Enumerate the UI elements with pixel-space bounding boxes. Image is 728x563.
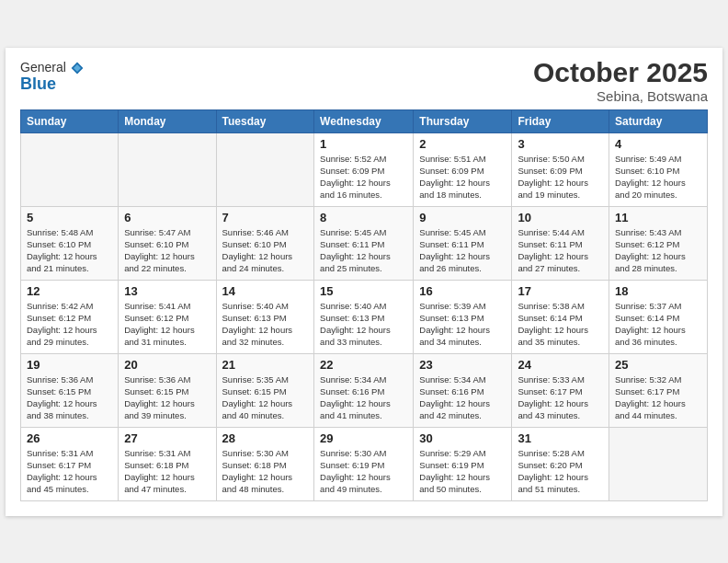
day-info: Sunrise: 5:38 AM Sunset: 6:14 PM Dayligh… xyxy=(518,300,603,349)
day-cell: 7Sunrise: 5:46 AM Sunset: 6:10 PM Daylig… xyxy=(216,206,314,280)
day-number: 12 xyxy=(27,284,112,298)
day-number: 21 xyxy=(222,358,309,372)
day-cell: 14Sunrise: 5:40 AM Sunset: 6:13 PM Dayli… xyxy=(216,280,314,353)
header-wednesday: Wednesday xyxy=(314,109,414,132)
day-cell xyxy=(609,427,708,500)
day-number: 22 xyxy=(320,358,407,372)
header-saturday: Saturday xyxy=(609,109,708,132)
day-info: Sunrise: 5:45 AM Sunset: 6:11 PM Dayligh… xyxy=(320,226,407,275)
day-cell: 31Sunrise: 5:28 AM Sunset: 6:20 PM Dayli… xyxy=(512,427,609,500)
calendar-table: Sunday Monday Tuesday Wednesday Thursday… xyxy=(20,109,708,501)
day-info: Sunrise: 5:36 AM Sunset: 6:15 PM Dayligh… xyxy=(124,373,210,422)
week-row-4: 19Sunrise: 5:36 AM Sunset: 6:15 PM Dayli… xyxy=(21,353,708,427)
day-cell xyxy=(21,132,119,206)
day-cell: 26Sunrise: 5:31 AM Sunset: 6:17 PM Dayli… xyxy=(21,427,119,500)
day-cell: 2Sunrise: 5:51 AM Sunset: 6:09 PM Daylig… xyxy=(414,132,512,206)
day-info: Sunrise: 5:29 AM Sunset: 6:19 PM Dayligh… xyxy=(419,447,506,496)
day-number: 7 xyxy=(222,211,309,224)
day-number: 26 xyxy=(27,431,112,445)
month-title: October 2025 xyxy=(533,57,708,88)
day-number: 18 xyxy=(615,284,701,298)
day-cell: 5Sunrise: 5:48 AM Sunset: 6:10 PM Daylig… xyxy=(21,206,119,280)
day-cell: 18Sunrise: 5:37 AM Sunset: 6:14 PM Dayli… xyxy=(609,280,708,353)
calendar-wrapper: General Blue October 2025 Sebina, Botswa… xyxy=(6,48,722,516)
day-number: 11 xyxy=(615,211,701,224)
day-number: 6 xyxy=(124,211,210,224)
day-info: Sunrise: 5:41 AM Sunset: 6:12 PM Dayligh… xyxy=(124,300,210,349)
week-row-1: 1Sunrise: 5:52 AM Sunset: 6:09 PM Daylig… xyxy=(21,132,708,206)
day-number: 23 xyxy=(419,358,506,372)
day-cell: 3Sunrise: 5:50 AM Sunset: 6:09 PM Daylig… xyxy=(512,132,609,206)
day-info: Sunrise: 5:33 AM Sunset: 6:17 PM Dayligh… xyxy=(518,373,603,422)
day-cell: 29Sunrise: 5:30 AM Sunset: 6:19 PM Dayli… xyxy=(314,427,414,500)
day-cell: 27Sunrise: 5:31 AM Sunset: 6:18 PM Dayli… xyxy=(119,427,216,500)
day-info: Sunrise: 5:32 AM Sunset: 6:17 PM Dayligh… xyxy=(615,373,701,422)
day-info: Sunrise: 5:45 AM Sunset: 6:11 PM Dayligh… xyxy=(419,226,506,275)
day-number: 10 xyxy=(518,211,603,224)
day-cell: 22Sunrise: 5:34 AM Sunset: 6:16 PM Dayli… xyxy=(314,353,414,427)
day-number: 30 xyxy=(419,431,506,445)
day-number: 29 xyxy=(320,431,407,445)
day-cell: 8Sunrise: 5:45 AM Sunset: 6:11 PM Daylig… xyxy=(314,206,414,280)
day-info: Sunrise: 5:39 AM Sunset: 6:13 PM Dayligh… xyxy=(419,300,506,349)
day-number: 2 xyxy=(419,137,506,151)
header-sunday: Sunday xyxy=(21,109,119,132)
day-info: Sunrise: 5:40 AM Sunset: 6:13 PM Dayligh… xyxy=(222,300,309,349)
logo: General Blue xyxy=(20,61,94,92)
day-number: 14 xyxy=(222,284,309,298)
week-row-5: 26Sunrise: 5:31 AM Sunset: 6:17 PM Dayli… xyxy=(21,427,708,500)
day-info: Sunrise: 5:52 AM Sunset: 6:09 PM Dayligh… xyxy=(320,153,407,201)
day-cell: 21Sunrise: 5:35 AM Sunset: 6:15 PM Dayli… xyxy=(216,353,314,427)
title-section: October 2025 Sebina, Botswana xyxy=(533,57,708,104)
day-info: Sunrise: 5:31 AM Sunset: 6:17 PM Dayligh… xyxy=(27,447,112,496)
day-number: 13 xyxy=(124,284,210,298)
header-thursday: Thursday xyxy=(414,109,512,132)
day-cell xyxy=(119,132,216,206)
header-row: Sunday Monday Tuesday Wednesday Thursday… xyxy=(21,109,708,132)
day-cell: 16Sunrise: 5:39 AM Sunset: 6:13 PM Dayli… xyxy=(414,280,512,353)
day-cell: 9Sunrise: 5:45 AM Sunset: 6:11 PM Daylig… xyxy=(414,206,512,280)
day-cell: 10Sunrise: 5:44 AM Sunset: 6:11 PM Dayli… xyxy=(512,206,609,280)
day-cell: 13Sunrise: 5:41 AM Sunset: 6:12 PM Dayli… xyxy=(119,280,216,353)
day-info: Sunrise: 5:46 AM Sunset: 6:10 PM Dayligh… xyxy=(222,226,309,275)
day-cell: 28Sunrise: 5:30 AM Sunset: 6:18 PM Dayli… xyxy=(216,427,314,500)
day-info: Sunrise: 5:30 AM Sunset: 6:18 PM Dayligh… xyxy=(222,447,309,496)
day-number: 19 xyxy=(27,358,112,372)
day-cell xyxy=(216,132,314,206)
day-number: 4 xyxy=(615,137,701,151)
day-number: 17 xyxy=(518,284,603,298)
day-cell: 24Sunrise: 5:33 AM Sunset: 6:17 PM Dayli… xyxy=(512,353,609,427)
day-info: Sunrise: 5:35 AM Sunset: 6:15 PM Dayligh… xyxy=(222,373,309,422)
day-cell: 19Sunrise: 5:36 AM Sunset: 6:15 PM Dayli… xyxy=(21,353,119,427)
day-info: Sunrise: 5:28 AM Sunset: 6:20 PM Dayligh… xyxy=(518,447,603,496)
day-number: 9 xyxy=(419,211,506,224)
day-info: Sunrise: 5:44 AM Sunset: 6:11 PM Dayligh… xyxy=(518,226,603,275)
week-row-3: 12Sunrise: 5:42 AM Sunset: 6:12 PM Dayli… xyxy=(21,280,708,353)
day-number: 25 xyxy=(615,358,701,372)
day-info: Sunrise: 5:37 AM Sunset: 6:14 PM Dayligh… xyxy=(615,300,701,349)
day-cell: 1Sunrise: 5:52 AM Sunset: 6:09 PM Daylig… xyxy=(314,132,414,206)
location-title: Sebina, Botswana xyxy=(533,88,708,104)
day-info: Sunrise: 5:48 AM Sunset: 6:10 PM Dayligh… xyxy=(27,226,112,275)
day-info: Sunrise: 5:31 AM Sunset: 6:18 PM Dayligh… xyxy=(124,447,210,496)
day-cell: 4Sunrise: 5:49 AM Sunset: 6:10 PM Daylig… xyxy=(609,132,708,206)
day-number: 3 xyxy=(518,137,603,151)
day-cell: 11Sunrise: 5:43 AM Sunset: 6:12 PM Dayli… xyxy=(609,206,708,280)
header-section: General Blue October 2025 Sebina, Botswa… xyxy=(20,57,708,104)
day-cell: 17Sunrise: 5:38 AM Sunset: 6:14 PM Dayli… xyxy=(512,280,609,353)
day-info: Sunrise: 5:42 AM Sunset: 6:12 PM Dayligh… xyxy=(27,300,112,349)
day-info: Sunrise: 5:51 AM Sunset: 6:09 PM Dayligh… xyxy=(419,153,506,201)
header-monday: Monday xyxy=(119,109,216,132)
day-info: Sunrise: 5:43 AM Sunset: 6:12 PM Dayligh… xyxy=(615,226,701,275)
week-row-2: 5Sunrise: 5:48 AM Sunset: 6:10 PM Daylig… xyxy=(21,206,708,280)
day-number: 28 xyxy=(222,431,309,445)
day-number: 5 xyxy=(27,211,112,224)
day-number: 31 xyxy=(518,431,603,445)
day-info: Sunrise: 5:30 AM Sunset: 6:19 PM Dayligh… xyxy=(320,447,407,496)
header-friday: Friday xyxy=(512,109,609,132)
day-cell: 12Sunrise: 5:42 AM Sunset: 6:12 PM Dayli… xyxy=(21,280,119,353)
day-info: Sunrise: 5:34 AM Sunset: 6:16 PM Dayligh… xyxy=(320,373,407,422)
day-cell: 23Sunrise: 5:34 AM Sunset: 6:16 PM Dayli… xyxy=(414,353,512,427)
day-info: Sunrise: 5:50 AM Sunset: 6:09 PM Dayligh… xyxy=(518,153,603,201)
day-number: 24 xyxy=(518,358,603,372)
